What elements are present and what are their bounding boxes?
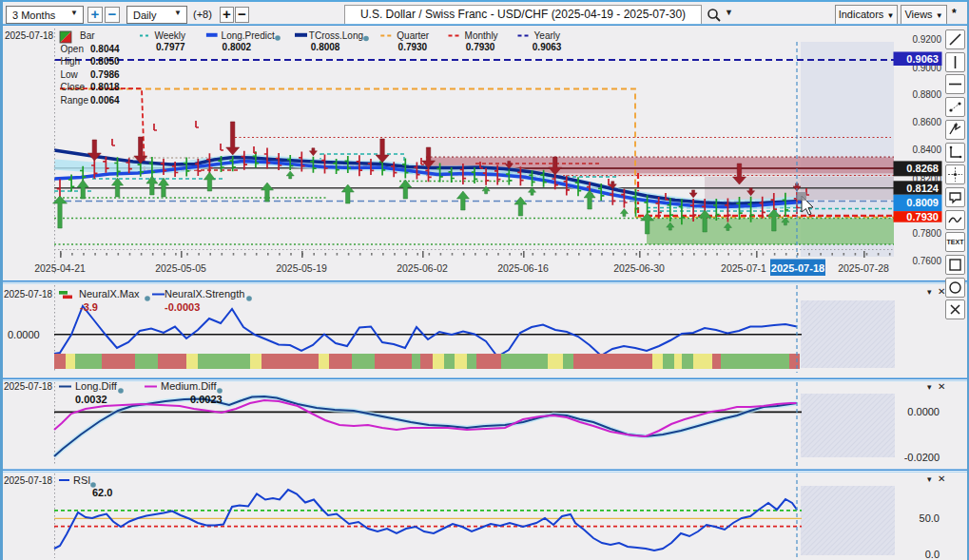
svg-text:2025-07-28: 2025-07-28	[838, 262, 889, 274]
svg-text:0.8009: 0.8009	[906, 197, 939, 208]
svg-text:2025-07-18: 2025-07-18	[4, 381, 53, 392]
svg-text:Long.Diff: Long.Diff	[75, 380, 118, 392]
svg-text:▾: ▾	[927, 382, 932, 392]
svg-text:High: High	[61, 56, 81, 67]
svg-text:NeuralX.Max: NeuralX.Max	[79, 288, 140, 299]
svg-text:0.8600: 0.8600	[912, 117, 941, 127]
svg-text:▾: ▾	[927, 287, 932, 297]
svg-text:0.9200: 0.9200	[912, 34, 941, 45]
svg-text:2025-07-18: 2025-07-18	[4, 289, 53, 299]
svg-text:▾: ▾	[927, 474, 932, 484]
svg-text:✕: ✕	[938, 381, 945, 392]
svg-text:0.8018: 0.8018	[90, 82, 120, 92]
svg-text:2025-07-18: 2025-07-18	[4, 475, 53, 486]
svg-text:0.7930: 0.7930	[466, 42, 495, 52]
svg-text:0.8008: 0.8008	[311, 42, 340, 52]
svg-text:2025-07-1: 2025-07-1	[721, 262, 766, 274]
svg-text:0.8124: 0.8124	[906, 183, 940, 194]
svg-text:0.7930: 0.7930	[906, 211, 939, 222]
svg-text:0.8400: 0.8400	[912, 145, 941, 155]
svg-text:0.0: 0.0	[925, 549, 940, 560]
svg-text:0.0023: 0.0023	[190, 394, 223, 405]
svg-text:2025-06-16: 2025-06-16	[497, 262, 549, 274]
svg-text:RSI: RSI	[73, 474, 90, 486]
svg-text:0.8002: 0.8002	[223, 42, 252, 52]
svg-text:TCross.Long: TCross.Long	[309, 30, 363, 41]
svg-text:✕: ✕	[938, 473, 945, 484]
svg-text:Quarter: Quarter	[397, 30, 430, 41]
svg-text:0.0064: 0.0064	[90, 95, 120, 106]
svg-text:0.7986: 0.7986	[90, 69, 120, 80]
svg-text:-0.0200: -0.0200	[904, 452, 940, 463]
svg-text:0.9063: 0.9063	[906, 53, 939, 65]
svg-text:50.0: 50.0	[920, 512, 940, 524]
svg-text:0.8050: 0.8050	[90, 56, 120, 67]
svg-text:0.9063: 0.9063	[533, 42, 562, 52]
svg-text:2025-05-05: 2025-05-05	[155, 262, 206, 274]
svg-text:-3.9: -3.9	[80, 301, 98, 313]
svg-text:0.0000: 0.0000	[8, 329, 40, 340]
svg-text:-0.0003: -0.0003	[165, 301, 200, 313]
svg-text:2025-06-30: 2025-06-30	[613, 262, 665, 274]
svg-text:2025-07-18: 2025-07-18	[5, 30, 54, 41]
svg-text:Weekly: Weekly	[154, 30, 185, 41]
svg-text:0.7600: 0.7600	[912, 256, 941, 266]
svg-text:Monthly: Monthly	[465, 30, 498, 41]
svg-text:0.7977: 0.7977	[156, 42, 185, 52]
svg-text:Bar: Bar	[80, 30, 95, 41]
svg-text:0.8044: 0.8044	[90, 44, 120, 54]
svg-text:0.8268: 0.8268	[906, 163, 939, 174]
svg-text:0.0032: 0.0032	[75, 394, 107, 405]
svg-text:NeuralX.Strength: NeuralX.Strength	[165, 288, 244, 299]
svg-text:Open: Open	[61, 44, 84, 54]
svg-text:0.7800: 0.7800	[912, 228, 941, 239]
svg-text:2025-04-21: 2025-04-21	[34, 262, 86, 274]
svg-text:0.0000: 0.0000	[907, 406, 940, 417]
svg-text:Low: Low	[61, 69, 79, 80]
svg-text:2025-06-02: 2025-06-02	[397, 262, 448, 274]
svg-text:Long.Predict: Long.Predict	[222, 30, 275, 41]
svg-text:Medium.Diff: Medium.Diff	[161, 380, 217, 392]
svg-text:0.7930: 0.7930	[398, 42, 428, 52]
svg-text:Close: Close	[61, 82, 86, 92]
svg-text:62.0: 62.0	[92, 487, 112, 498]
svg-text:Yearly: Yearly	[534, 30, 560, 41]
svg-text:Range: Range	[61, 95, 89, 106]
svg-text:2025-07-18: 2025-07-18	[771, 262, 824, 274]
svg-text:0.8800: 0.8800	[912, 89, 941, 100]
svg-text:2025-05-19: 2025-05-19	[276, 262, 327, 274]
